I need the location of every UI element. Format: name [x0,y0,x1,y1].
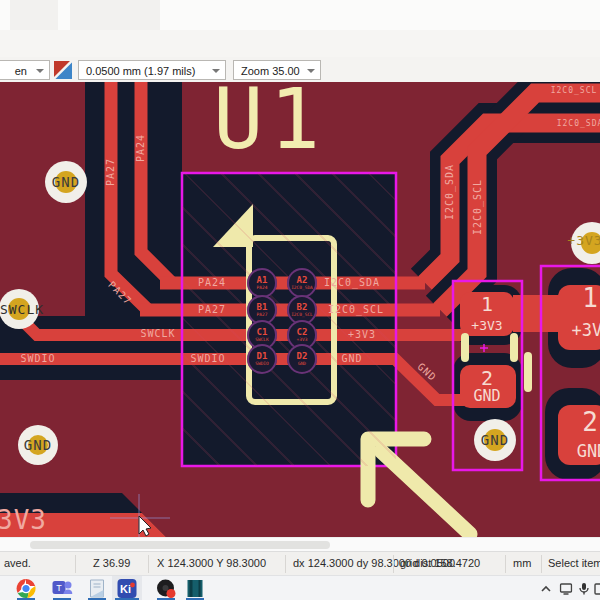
taskbar-terminal-icon[interactable] [185,578,206,599]
status-field: mm [513,557,531,569]
trace-net-label: 3V3 [0,505,47,535]
pad-number: D1 [257,352,268,361]
tray-chevron-icon[interactable] [540,581,552,599]
svg-text:T: T [56,583,62,593]
pad-net: PA27 [257,312,268,317]
trace-net-label: I2C0_SCL [328,304,384,315]
status-separator [541,555,542,573]
status-separator [148,555,149,573]
status-bar: aved.Z 36.99X 124.3000 Y 98.3000dx 124.3… [0,551,600,576]
pad-A2[interactable]: A2I2C0_SDA [287,268,317,298]
status-field: X 124.3000 Y 98.3000 [157,557,266,569]
smd-pad-label: +3V3 [572,320,600,340]
pad-number: C2 [297,328,308,337]
pad-number: A2 [297,276,308,285]
pad-number: B1 [257,303,268,312]
chevron-down-icon [212,69,220,73]
trace-net-label: SWDIO [190,353,225,364]
trace-net-label: SWCLK [140,328,175,339]
chevron-down-icon [307,69,315,73]
window-titlebar [0,0,600,30]
trace-net-label: I2C0_SCL [551,86,598,95]
pad-number: D2 [297,352,308,361]
smd-pad-label: 1 [481,292,493,316]
grid-size-value: 0.0500 mm (1.97 mils) [86,65,195,77]
trace-net-label: PA24 [198,277,226,288]
svg-text:Ki: Ki [120,583,131,595]
trace-net-label: I2C0_SCL [472,179,483,235]
testpoint-label: SWCLK [0,302,44,317]
status-separator [75,555,76,573]
footprint-reference: U1 [213,82,326,168]
taskbar-notepad-icon[interactable] [87,578,108,599]
status-field: Select item(s) [548,557,600,569]
horizontal-scrollbar[interactable] [0,537,600,552]
taskbar-chrome-icon[interactable] [16,578,37,599]
pad-D1[interactable]: D1SWDIO [247,344,277,374]
track-width-dropdown[interactable]: en [0,60,50,80]
tray-mic-icon[interactable] [579,581,589,599]
status-separator [285,555,286,573]
pad-net: SWCLK [255,337,269,342]
main-toolbar [0,30,600,57]
trace-net-label: PA27 [105,158,116,186]
titlebar-stripe [10,0,58,30]
testpoint-label: +3V3 [567,233,600,248]
trace-net-label: I2C0_SDA [324,277,380,288]
status-separator [505,555,506,573]
tray-display-icon[interactable] [560,581,573,599]
testpoint-label: GND [52,174,80,190]
trace-net-label: PA24 [135,134,146,162]
pad-net: I2C0_SDA [291,285,313,290]
smd-pad-label: 2 [582,407,598,437]
trace-net-label: +3V3 [348,329,376,340]
pad-number: B2 [297,303,308,312]
tray-partial-icon[interactable] [594,581,600,599]
grid-size-dropdown[interactable]: 0.0500 mm (1.97 mils) [78,60,226,80]
taskbar-recorder-icon[interactable] [156,578,177,599]
track-width-value: en [15,61,27,81]
smd-pad-label: GND [473,387,500,405]
trace-net-label: GND [341,353,362,364]
taskbar-kicad-icon[interactable]: Ki [117,578,138,599]
windows-taskbar: TKi [0,575,600,600]
pad-number: A1 [257,276,268,285]
trace-net-label: I2C0_SDA [557,119,600,128]
testpoint-label: GND [24,437,52,453]
pad-net: PA24 [257,285,268,290]
zoom-level-dropdown[interactable]: Zoom 35.00 [233,60,321,80]
smd-pad-label: GND [577,441,600,461]
pad-A1[interactable]: A1PA24 [247,268,277,298]
kicad-pcb-editor-window: { "toolbar": { "icons": [ {"name":"zoom-… [0,0,600,600]
pcb-canvas[interactable]: U1 A1PA24A2I2C0_SDAB1PA27B2I2C0_SCLC1SWC… [0,82,600,537]
trace-net-label: PA27 [198,304,226,315]
status-field: grid 0.0500 [400,557,455,569]
status-field: aved. [4,557,31,569]
status-separator [393,555,394,573]
pad-net: GND [298,361,306,366]
zoom-level-value: Zoom 35.00 [241,65,300,77]
trace-net-label: SWDIO [20,353,55,364]
status-field: Z 36.99 [93,557,130,569]
smd-pad-label: 1 [582,283,598,313]
scrollbar-thumb[interactable] [30,541,330,549]
trace-net-label: I2C0_SDA [444,164,455,220]
pad-D2[interactable]: D2GND [287,344,317,374]
chevron-down-icon [36,69,44,73]
pad-net: I2C0_SCL [291,312,313,317]
testpoint-label: GND [481,432,509,448]
pad-net: +3V3 [297,337,308,342]
smd-pad-label: +3V3 [471,318,502,333]
pad-number: C1 [257,328,268,337]
pad-net: SWDIO [255,361,269,366]
layer-pair-icon[interactable] [52,59,74,81]
taskbar-teams-icon[interactable]: T [52,578,73,599]
titlebar-stripe [70,0,160,30]
